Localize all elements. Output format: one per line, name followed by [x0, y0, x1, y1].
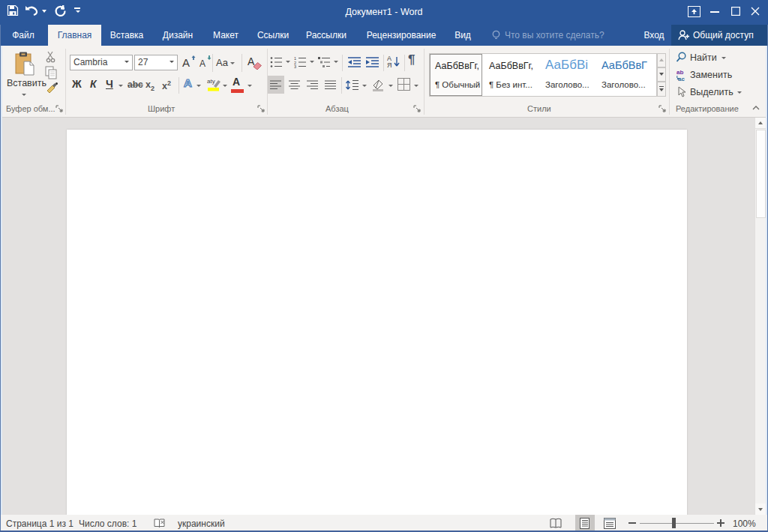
svg-text:ac: ac — [678, 76, 685, 82]
svg-text:Я: Я — [387, 61, 392, 69]
svg-text:ab: ab — [676, 69, 683, 76]
svg-text:3: 3 — [294, 64, 296, 68]
svg-text:aty: aty — [207, 78, 215, 85]
